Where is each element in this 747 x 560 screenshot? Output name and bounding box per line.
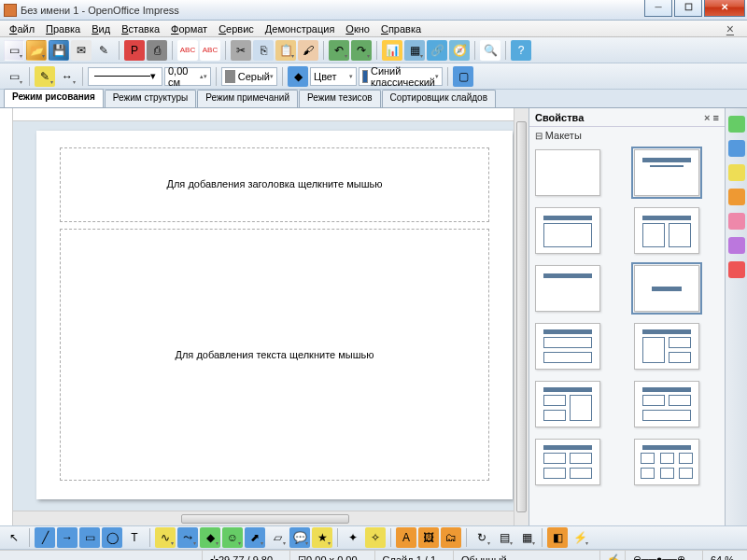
- line-style-select[interactable]: ▾: [88, 67, 162, 86]
- help-button[interactable]: ?: [511, 40, 531, 61]
- menu-edit[interactable]: Правка: [40, 21, 86, 36]
- spellcheck-button[interactable]: ABC: [177, 40, 198, 61]
- save-button[interactable]: 💾: [49, 40, 69, 61]
- properties-icon[interactable]: [728, 116, 745, 133]
- line-tool[interactable]: ╱: [35, 527, 55, 548]
- navigator-button[interactable]: 🧭: [449, 40, 470, 61]
- menu-file[interactable]: Файл: [4, 21, 40, 36]
- text-tool[interactable]: T: [124, 527, 145, 548]
- slide[interactable]: Для добавления заголовка щелкните мышью …: [36, 131, 513, 499]
- sidebar-close-icon[interactable]: ×: [704, 112, 710, 123]
- block-arrows-tool[interactable]: ⬈: [245, 527, 265, 548]
- export-pdf-button[interactable]: P: [124, 40, 145, 61]
- horizontal-scrollbar[interactable]: [13, 511, 514, 525]
- hyperlink-button[interactable]: 🔗: [427, 40, 447, 61]
- auto-spellcheck-button[interactable]: ABC: [200, 40, 220, 61]
- tab-notes-mode[interactable]: Режим примечаний: [197, 90, 298, 107]
- menu-insert[interactable]: Вставка: [116, 21, 165, 36]
- menu-presentation[interactable]: Демонстрация: [260, 21, 341, 36]
- layout-centered-text[interactable]: [634, 265, 699, 312]
- line-color-select[interactable]: Серый▾: [221, 67, 277, 86]
- maximize-button[interactable]: ☐: [674, 0, 702, 17]
- format-paintbrush-button[interactable]: 🖌: [298, 40, 318, 61]
- layout-six[interactable]: [634, 439, 699, 485]
- curve-tool[interactable]: ∿: [155, 527, 176, 548]
- title-placeholder[interactable]: Для добавления заголовка щелкните мышью: [60, 147, 489, 222]
- select-tool[interactable]: ↖: [4, 527, 24, 548]
- minimize-button[interactable]: ─: [644, 0, 672, 17]
- extrusion-tool[interactable]: ◧: [547, 527, 568, 548]
- arrange-tool[interactable]: ▦: [516, 527, 537, 548]
- document-close-icon[interactable]: ×: [721, 20, 740, 38]
- fill-color-select[interactable]: Синий классический▾: [359, 67, 443, 86]
- slide-button[interactable]: ▭: [4, 66, 24, 87]
- from-file-tool[interactable]: 🖼: [418, 527, 439, 548]
- layout-grid-2x2[interactable]: [535, 439, 600, 485]
- undo-button[interactable]: ↶: [329, 40, 349, 61]
- symbol-shapes-tool[interactable]: ☺: [222, 527, 243, 548]
- sidebar-section-layouts[interactable]: Макеты: [529, 127, 725, 144]
- paste-button[interactable]: 📋: [275, 40, 296, 61]
- styles-icon[interactable]: [728, 213, 745, 230]
- close-button[interactable]: ✕: [704, 0, 745, 17]
- fontwork-tool[interactable]: A: [396, 527, 416, 548]
- body-placeholder[interactable]: Для добавления текста щелкните мышью: [60, 229, 489, 481]
- slide-canvas[interactable]: Для добавления заголовка щелкните мышью …: [13, 121, 514, 511]
- highlight-button[interactable]: ✎: [35, 66, 55, 87]
- gallery-tool[interactable]: 🗂: [441, 527, 461, 548]
- edit-file-button[interactable]: ✎: [93, 40, 114, 61]
- custom-animation-icon[interactable]: [728, 164, 745, 181]
- stars-tool[interactable]: ★: [312, 527, 332, 548]
- open-button[interactable]: 📂: [26, 40, 47, 61]
- gallery-icon[interactable]: [728, 237, 745, 254]
- tab-handout-mode[interactable]: Режим тезисов: [299, 90, 381, 107]
- callout-tool[interactable]: 💬: [289, 527, 310, 548]
- arrow-tool[interactable]: →: [57, 527, 78, 548]
- tab-drawing-mode[interactable]: Режим рисования: [4, 89, 104, 107]
- rotate-tool[interactable]: ↻: [472, 527, 492, 548]
- area-button[interactable]: ◆: [288, 66, 308, 87]
- copy-button[interactable]: ⎘: [253, 40, 274, 61]
- alignment-tool[interactable]: ▤: [494, 527, 514, 548]
- zoom-button[interactable]: 🔍: [480, 40, 500, 61]
- layout-title-content[interactable]: [634, 149, 699, 196]
- master-pages-icon[interactable]: [728, 140, 745, 157]
- send-mail-button[interactable]: ✉: [71, 40, 92, 61]
- tab-slide-sorter[interactable]: Сортировщик слайдов: [382, 90, 496, 107]
- table-button[interactable]: ▦: [404, 40, 425, 61]
- layout-four[interactable]: [535, 381, 600, 427]
- layout-title-only[interactable]: [535, 207, 600, 254]
- layout-vert-title[interactable]: [535, 265, 600, 312]
- cut-button[interactable]: ✂: [231, 40, 251, 61]
- line-width-input[interactable]: 0,00 см▴▾: [164, 67, 211, 86]
- sidebar-menu-icon[interactable]: ≡: [713, 112, 719, 123]
- new-button[interactable]: ▭: [4, 40, 24, 61]
- ellipse-tool[interactable]: ◯: [102, 527, 122, 548]
- scrollbar-thumb[interactable]: [181, 514, 349, 524]
- menu-window[interactable]: Окно: [340, 21, 375, 36]
- scrollbar-thumb[interactable]: [516, 121, 527, 512]
- layout-three-vert[interactable]: [634, 323, 699, 370]
- tab-outline-mode[interactable]: Режим структуры: [105, 90, 196, 107]
- menu-tools[interactable]: Сервис: [213, 21, 260, 36]
- navigator-icon[interactable]: [728, 261, 745, 278]
- layout-two-content[interactable]: [634, 207, 699, 254]
- status-signature-icon[interactable]: ✍: [599, 551, 615, 560]
- arrow-style-button[interactable]: ↔: [57, 66, 78, 87]
- status-zoom-slider[interactable]: ⊖──●──⊕: [625, 551, 693, 560]
- flowchart-tool[interactable]: ▱: [267, 527, 288, 548]
- slide-transition-icon[interactable]: [728, 189, 745, 205]
- shadow-button[interactable]: ▢: [453, 66, 473, 87]
- menu-format[interactable]: Формат: [165, 21, 213, 36]
- glue-points-tool[interactable]: ✧: [365, 527, 386, 548]
- menu-help[interactable]: Справка: [375, 21, 427, 36]
- connector-tool[interactable]: ⤳: [177, 527, 198, 548]
- basic-shapes-tool[interactable]: ◆: [200, 527, 220, 548]
- points-tool[interactable]: ✦: [343, 527, 363, 548]
- layout-blank[interactable]: [535, 149, 600, 196]
- chart-button[interactable]: 📊: [382, 40, 402, 61]
- rectangle-tool[interactable]: ▭: [79, 527, 100, 548]
- layout-three-hor[interactable]: [535, 323, 600, 370]
- print-button[interactable]: ⎙: [147, 40, 167, 61]
- layout-four-alt[interactable]: [634, 381, 699, 427]
